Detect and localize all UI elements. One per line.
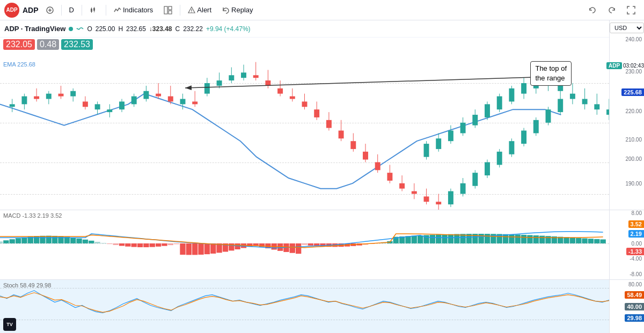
- layout-icon: [164, 6, 172, 14]
- macd-badge-352: 3.52: [628, 220, 644, 228]
- high-value: 232.65: [126, 25, 146, 33]
- svg-rect-3: [91, 9, 92, 12]
- macd-label-0: 0.00: [632, 240, 642, 246]
- current-price-label: ↓323.48: [149, 25, 172, 33]
- ticker-label[interactable]: ADP: [23, 6, 39, 14]
- price-badge-225: 225.68: [621, 88, 644, 96]
- separator4: [180, 5, 180, 16]
- badge-price1: 232.05: [3, 39, 35, 50]
- axis-label-200: 200.00: [625, 156, 642, 161]
- main-chart-canvas: [0, 51, 609, 210]
- alert-icon: [188, 6, 195, 14]
- axis-label-190: 190.00: [625, 180, 642, 186]
- stoch-chart-canvas: [0, 280, 609, 333]
- app-logo: ADP: [4, 3, 19, 18]
- axis-label-240: 240.00: [625, 36, 642, 42]
- separator3: [106, 5, 106, 16]
- stoch-panel[interactable]: Stoch 58.49 29.98 TV: [0, 279, 609, 333]
- price-change: +9.94 (+4.47%): [206, 25, 251, 33]
- close-label: C: [175, 25, 180, 33]
- layout-button[interactable]: [159, 4, 177, 17]
- timeframe-button[interactable]: D: [65, 4, 78, 16]
- stoch-badge-5849: 58.49: [625, 291, 644, 299]
- ema-label: EMA 225.68: [3, 61, 35, 68]
- candlestick-icon: [90, 6, 98, 14]
- macd-badge-neg133: -1.33: [626, 248, 644, 255]
- close-value: 232.22: [183, 25, 203, 33]
- stoch-badge-40: 40.00: [625, 303, 644, 310]
- replay-icon: [222, 6, 230, 14]
- chart-type-button[interactable]: [85, 4, 103, 17]
- adp-badge-row: ADP 03:02:43: [606, 62, 644, 69]
- svg-rect-10: [169, 6, 172, 10]
- badge-price2: 0.48: [37, 39, 59, 50]
- undo-icon: [588, 6, 597, 14]
- price-badges-row: 232.05 0.48 232.53: [0, 38, 609, 51]
- open-label: O: [87, 25, 92, 33]
- stoch-label: Stoch 58.49 29.98: [3, 282, 51, 288]
- svg-rect-11: [169, 11, 172, 14]
- axis-label-230: 230.00: [625, 69, 642, 75]
- toolbar: ADP ADP D Indicators Alert Replay: [0, 0, 644, 20]
- redo-icon: [608, 6, 616, 14]
- replay-button[interactable]: Replay: [218, 4, 257, 16]
- macd-label-neg8: -8.00: [630, 271, 642, 277]
- adp-time: 03:02:43: [623, 63, 644, 69]
- online-dot: [69, 27, 73, 31]
- right-axis: USD 240.00 ADP 03:02:43 230.00 225.68 22…: [609, 20, 644, 333]
- undo-button[interactable]: [584, 4, 601, 17]
- stoch-badge-2998: 29.98: [625, 314, 644, 322]
- redo-button[interactable]: [603, 4, 620, 17]
- macd-chart-canvas: [0, 210, 609, 279]
- indicators-button[interactable]: Indicators: [109, 4, 157, 16]
- right-axis-stoch: 80.00 58.49 40.00 29.98: [610, 279, 644, 333]
- chart-ticker-name: ADP · TradingView: [4, 25, 65, 33]
- separator: [61, 5, 62, 16]
- fullscreen-button[interactable]: [623, 4, 640, 17]
- macd-label: MACD -1.33 2.19 3.52: [3, 212, 62, 219]
- annotation-box: The top of the range: [530, 61, 572, 86]
- adp-badge: ADP: [606, 62, 622, 69]
- axis-label-220: 220.00: [625, 108, 642, 114]
- svg-rect-6: [93, 8, 95, 11]
- alert-button[interactable]: Alert: [184, 4, 216, 16]
- macd-label-8: 8.00: [632, 210, 642, 216]
- add-symbol-button[interactable]: [42, 4, 58, 16]
- right-axis-macd: 8.00 3.52 2.19 0.00 -1.33 -4.00 -8.00: [610, 210, 644, 279]
- macd-label-neg4: -4.00: [630, 256, 642, 262]
- main-chart-panel[interactable]: EMA 225.68 The top of the range: [0, 51, 609, 210]
- svg-rect-9: [164, 6, 167, 14]
- high-label: H: [118, 25, 123, 33]
- tradingview-logo: TV: [3, 318, 16, 331]
- open-value: 225.00: [96, 25, 115, 33]
- stoch-label-80: 80.00: [628, 281, 642, 287]
- separator2: [82, 5, 82, 16]
- plus-icon: [46, 6, 54, 14]
- chart-container: ADP · TradingView O 225.00 H 232.65 ↓323…: [0, 20, 609, 333]
- macd-panel[interactable]: MACD -1.33 2.19 3.52: [0, 210, 609, 279]
- badge-price3: 232.53: [61, 39, 93, 50]
- indicators-icon: [114, 6, 121, 14]
- axis-label-210: 210.00: [625, 137, 642, 143]
- fullscreen-icon: [627, 6, 635, 14]
- wave-icon: [76, 25, 84, 33]
- svg-point-13: [192, 11, 192, 12]
- price-header: ADP · TradingView O 225.00 H 232.65 ↓323…: [0, 20, 609, 38]
- toolbar-right: [584, 4, 640, 17]
- main-area: ADP · TradingView O 225.00 H 232.65 ↓323…: [0, 20, 644, 333]
- macd-badge-219: 2.19: [628, 230, 644, 238]
- right-axis-main: 240.00 ADP 03:02:43 230.00 225.68 220.00…: [610, 20, 644, 210]
